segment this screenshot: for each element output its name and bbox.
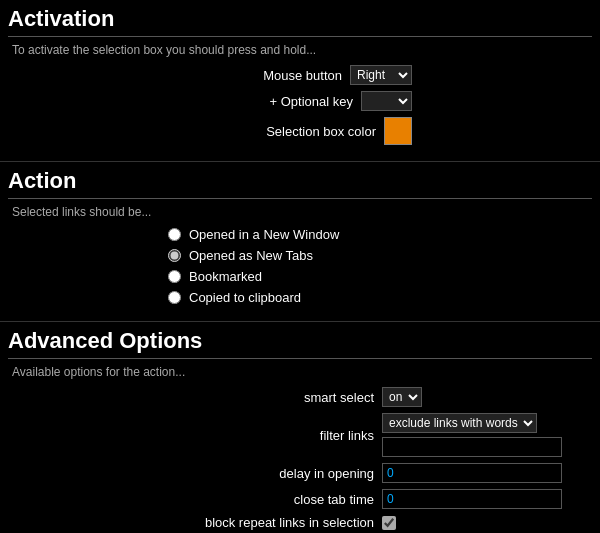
filter-links-input[interactable] <box>382 437 562 457</box>
radio-clipboard-label: Copied to clipboard <box>189 290 301 305</box>
filter-links-row: filter links exclude links with words in… <box>8 413 592 457</box>
radio-row-new-tabs: Opened as New Tabs <box>168 248 592 263</box>
advanced-section: Advanced Options Available options for t… <box>0 322 600 533</box>
mouse-button-row: Mouse button Right Left Middle <box>8 65 592 85</box>
radio-new-window[interactable] <box>168 228 181 241</box>
action-radio-group: Opened in a New Window Opened as New Tab… <box>8 227 592 305</box>
filter-links-control: exclude links with words include links w… <box>382 413 582 457</box>
selection-box-color-label: Selection box color <box>266 124 376 139</box>
filter-links-label: filter links <box>174 428 374 443</box>
mouse-button-label: Mouse button <box>263 68 342 83</box>
radio-new-tabs-label: Opened as New Tabs <box>189 248 313 263</box>
optional-key-row: + Optional key Ctrl Alt Shift <box>8 91 592 111</box>
close-tab-time-row: close tab time 0 <box>8 489 592 509</box>
selection-box-color-row: Selection box color <box>8 117 592 145</box>
delay-opening-row: delay in opening 0 <box>8 463 592 483</box>
radio-row-bookmarked: Bookmarked <box>168 269 592 284</box>
filter-links-select[interactable]: exclude links with words include links w… <box>382 413 537 433</box>
action-section: Action Selected links should be... Opene… <box>0 162 600 322</box>
activation-section: Activation To activate the selection box… <box>0 0 600 162</box>
smart-select-label: smart select <box>174 390 374 405</box>
block-repeat-control <box>382 516 582 530</box>
close-tab-time-input[interactable]: 0 <box>382 489 562 509</box>
delay-opening-label: delay in opening <box>174 466 374 481</box>
radio-bookmarked-label: Bookmarked <box>189 269 262 284</box>
radio-new-window-label: Opened in a New Window <box>189 227 339 242</box>
action-subtitle: Selected links should be... <box>8 205 592 219</box>
delay-opening-control: 0 <box>382 463 582 483</box>
advanced-subtitle: Available options for the action... <box>8 365 592 379</box>
close-tab-time-label: close tab time <box>174 492 374 507</box>
radio-new-tabs[interactable] <box>168 249 181 262</box>
activation-subtitle: To activate the selection box you should… <box>8 43 592 57</box>
radio-row-clipboard: Copied to clipboard <box>168 290 592 305</box>
smart-select-row: smart select on off <box>8 387 592 407</box>
optional-key-select[interactable]: Ctrl Alt Shift <box>361 91 412 111</box>
advanced-title: Advanced Options <box>8 328 592 359</box>
block-repeat-checkbox[interactable] <box>382 516 396 530</box>
radio-bookmarked[interactable] <box>168 270 181 283</box>
optional-key-label: + Optional key <box>270 94 353 109</box>
radio-row-new-window: Opened in a New Window <box>168 227 592 242</box>
mouse-button-select[interactable]: Right Left Middle <box>350 65 412 85</box>
activation-title: Activation <box>8 6 592 37</box>
radio-clipboard[interactable] <box>168 291 181 304</box>
selection-box-color-swatch[interactable] <box>384 117 412 145</box>
block-repeat-label: block repeat links in selection <box>174 515 374 530</box>
action-title: Action <box>8 168 592 199</box>
block-repeat-row: block repeat links in selection <box>8 515 592 530</box>
smart-select-control: on off <box>382 387 582 407</box>
close-tab-time-control: 0 <box>382 489 582 509</box>
smart-select-select[interactable]: on off <box>382 387 422 407</box>
delay-opening-input[interactable]: 0 <box>382 463 562 483</box>
